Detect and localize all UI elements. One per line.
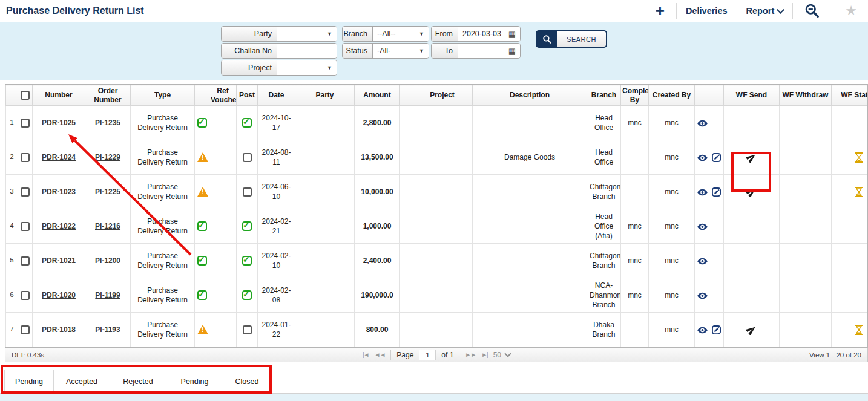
send-icon[interactable] bbox=[746, 187, 757, 197]
next-page-icon[interactable]: ►► bbox=[465, 351, 476, 358]
to-date-input[interactable]: ▦ bbox=[458, 44, 520, 58]
order-number-link[interactable]: PI-1193 bbox=[95, 325, 120, 334]
row-number: 7 bbox=[10, 325, 13, 333]
row-number-cell: 3 bbox=[6, 175, 18, 209]
order-number-link[interactable]: PI-1200 bbox=[95, 256, 120, 265]
complete-by-cell bbox=[621, 313, 649, 347]
checked-icon[interactable]: ✓ bbox=[242, 256, 252, 266]
deliveries-button[interactable]: Deliveries bbox=[686, 6, 728, 16]
checkbox-unchecked[interactable] bbox=[21, 119, 30, 128]
number-link[interactable]: PDR-1020 bbox=[42, 291, 76, 299]
eye-icon[interactable] bbox=[697, 223, 708, 230]
tab-rejected[interactable]: Rejected bbox=[110, 370, 166, 393]
checkbox-unchecked[interactable] bbox=[243, 187, 252, 197]
eye-icon[interactable] bbox=[697, 327, 708, 334]
report-dropdown[interactable]: Report bbox=[746, 6, 784, 16]
number-link[interactable]: PDR-1023 bbox=[42, 187, 76, 196]
party-select[interactable]: ▼ bbox=[277, 27, 337, 41]
edit-icon[interactable] bbox=[712, 325, 721, 334]
checkbox-unchecked[interactable] bbox=[243, 153, 252, 162]
data-grid: NumberOrder NumberTypeRef VouchePostDate… bbox=[5, 84, 868, 348]
number-link[interactable]: PDR-1024 bbox=[42, 153, 76, 161]
amount-value: 10,000.00 bbox=[361, 187, 393, 196]
project-select[interactable]: ▼ bbox=[277, 60, 337, 75]
checkbox-unchecked[interactable] bbox=[21, 153, 30, 162]
date-value: 2024-01-22 bbox=[261, 321, 291, 339]
send-icon[interactable] bbox=[746, 152, 757, 163]
number-link[interactable]: PDR-1018 bbox=[42, 325, 76, 334]
row-number: 6 bbox=[10, 291, 13, 298]
status-select[interactable]: -All-▼ bbox=[373, 44, 429, 58]
eye-icon[interactable] bbox=[697, 120, 708, 127]
wf-send-cell bbox=[724, 278, 780, 313]
amount-value: 1,000.00 bbox=[363, 222, 392, 230]
number-link[interactable]: PDR-1022 bbox=[42, 222, 76, 230]
branch-value: Head Office bbox=[594, 114, 613, 132]
view-action-cell bbox=[695, 106, 709, 140]
first-page-icon[interactable]: |◄ bbox=[363, 351, 369, 358]
prev-page-icon[interactable]: ◄◄ bbox=[375, 351, 386, 358]
add-button[interactable]: + bbox=[653, 4, 667, 18]
number-link[interactable]: PDR-1025 bbox=[42, 119, 76, 127]
tab-closed[interactable]: Closed bbox=[223, 370, 271, 393]
complete-by-cell: mnc bbox=[621, 209, 649, 244]
order-number-link[interactable]: PI-1229 bbox=[95, 153, 120, 161]
hourglass-icon bbox=[855, 152, 863, 163]
column-label-wf-withdraw: WF Withdraw bbox=[783, 91, 829, 99]
checked-icon[interactable]: ✓ bbox=[242, 221, 252, 231]
select-all-checkbox[interactable] bbox=[21, 91, 30, 100]
wf-withdraw-cell bbox=[780, 209, 832, 244]
tab-accepted[interactable]: Accepted bbox=[54, 370, 110, 393]
checkbox-unchecked[interactable] bbox=[21, 291, 30, 300]
number-link[interactable]: PDR-1021 bbox=[42, 256, 76, 265]
eye-icon[interactable] bbox=[697, 258, 708, 265]
zoom-out-button[interactable] bbox=[802, 3, 823, 19]
challan-no-input[interactable] bbox=[277, 44, 337, 58]
col-party: Party bbox=[295, 85, 355, 106]
bottom-strip bbox=[0, 393, 868, 401]
order-number-link[interactable]: PI-1199 bbox=[95, 291, 120, 299]
checked-icon[interactable]: ✓ bbox=[242, 118, 252, 128]
amount-cell: 2,400.00 bbox=[355, 244, 400, 278]
branch-value: Chittagong Branch bbox=[590, 252, 621, 270]
edit-action-cell bbox=[709, 209, 724, 244]
spacer-cell bbox=[400, 140, 412, 175]
calendar-icon[interactable]: ▦ bbox=[508, 30, 516, 38]
order-number-link[interactable]: PI-1235 bbox=[95, 119, 120, 127]
checkbox-unchecked[interactable] bbox=[21, 222, 30, 231]
warning-icon: ! bbox=[197, 325, 208, 334]
page-size-select[interactable]: 50 bbox=[493, 351, 510, 359]
eye-icon[interactable] bbox=[697, 292, 708, 299]
checked-icon[interactable]: ✓ bbox=[242, 290, 252, 300]
checkbox-unchecked[interactable] bbox=[21, 187, 30, 197]
edit-action-cell bbox=[709, 278, 724, 313]
branch-select[interactable]: --All--▼ bbox=[373, 27, 429, 41]
tab-pending-1[interactable]: Pending bbox=[4, 370, 54, 393]
order-number-link[interactable]: PI-1225 bbox=[95, 187, 120, 196]
branch-value: NCA-Dhanmondi Branch bbox=[590, 281, 621, 309]
page-number-input[interactable]: 1 bbox=[419, 350, 436, 360]
checkbox-unchecked[interactable] bbox=[243, 325, 252, 334]
eye-icon[interactable] bbox=[697, 154, 708, 161]
checkbox-unchecked[interactable] bbox=[21, 325, 30, 334]
favorite-star-icon[interactable]: ★ bbox=[841, 3, 861, 19]
created-by-cell: mnc bbox=[649, 175, 695, 209]
last-page-icon[interactable]: ►| bbox=[481, 351, 488, 358]
project-cell bbox=[412, 140, 473, 175]
edit-icon[interactable] bbox=[712, 187, 721, 197]
type-cell: Purchase Delivery Return bbox=[131, 175, 195, 209]
calendar-icon[interactable]: ▦ bbox=[508, 47, 516, 55]
send-icon[interactable] bbox=[746, 325, 757, 335]
order-number-link[interactable]: PI-1216 bbox=[95, 222, 120, 230]
dlt-time: DLT: 0.43s bbox=[12, 351, 44, 359]
view-action-cell bbox=[695, 278, 709, 313]
checkbox-unchecked[interactable] bbox=[21, 256, 30, 266]
row-checkbox-cell bbox=[18, 140, 33, 175]
from-date-input[interactable]: 2020-03-03▦ bbox=[458, 27, 520, 41]
post-cell bbox=[237, 140, 258, 175]
eye-icon[interactable] bbox=[697, 189, 708, 196]
search-button[interactable]: SEARCH bbox=[536, 30, 607, 48]
table-row: 1PDR-1025PI-1235Purchase Delivery Return… bbox=[6, 106, 868, 140]
tab-pending-2[interactable]: Pending bbox=[166, 370, 223, 393]
edit-icon[interactable] bbox=[712, 153, 721, 162]
